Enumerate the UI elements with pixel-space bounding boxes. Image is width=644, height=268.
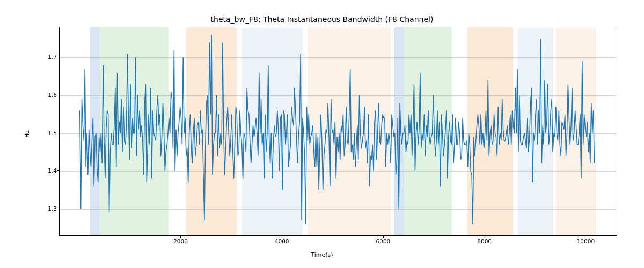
- y-tick-label: 1.5: [35, 130, 57, 136]
- y-tick-label: 1.6: [35, 92, 57, 98]
- chart-title: theta_bw_F8: Theta Instantaneous Bandwid…: [0, 15, 644, 24]
- y-tick-label: 1.3: [35, 205, 57, 212]
- series-line: [80, 35, 595, 224]
- y-axis-label: Hz: [24, 130, 31, 138]
- x-tick-label: 4000: [275, 238, 289, 244]
- x-tick-label: 6000: [376, 238, 391, 244]
- y-tick-label: 1.7: [35, 54, 57, 60]
- plot-area: [59, 27, 617, 236]
- line-series: [60, 27, 617, 235]
- x-tick-label: 10000: [577, 238, 595, 244]
- chart-container: theta_bw_F8: Theta Instantaneous Bandwid…: [0, 0, 644, 268]
- x-tick-label: 2000: [173, 238, 188, 244]
- y-tick-label: 1.4: [35, 167, 57, 174]
- x-axis-label: Time(s): [0, 251, 644, 258]
- x-tick-label: 8000: [477, 238, 492, 244]
